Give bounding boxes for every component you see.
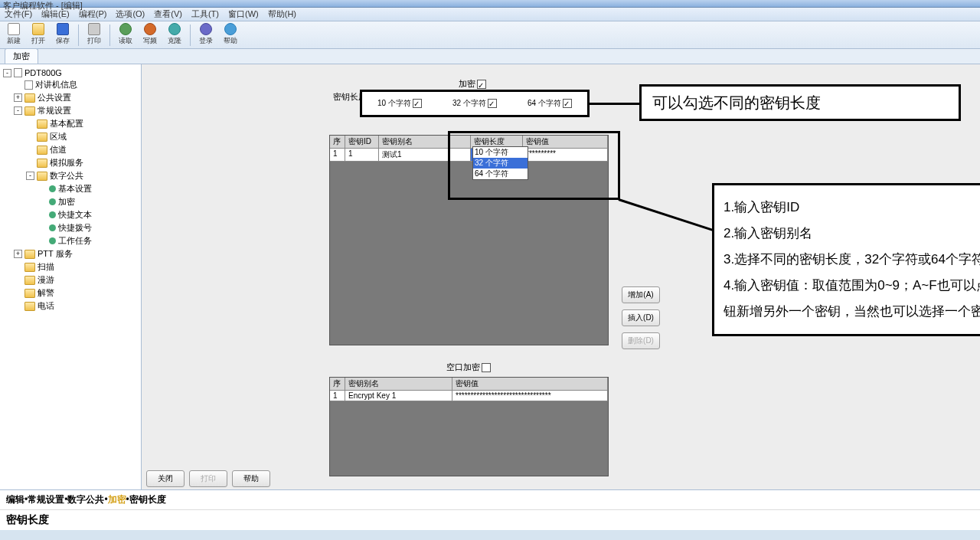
- dd-item-10[interactable]: 10 个字符: [473, 147, 528, 158]
- help-button[interactable]: 帮助: [232, 470, 270, 487]
- node-icon: [49, 185, 56, 192]
- menu-help[interactable]: 帮助(H): [268, 8, 296, 20]
- folder-icon: [24, 106, 35, 116]
- folder-icon: [24, 289, 35, 298]
- folder-icon: [24, 93, 35, 103]
- tb-clone[interactable]: 克隆: [164, 23, 185, 47]
- node-icon: [49, 224, 56, 231]
- opt-32-checkbox[interactable]: [488, 99, 497, 108]
- annotation-connector: [619, 198, 714, 231]
- folder-icon: [37, 172, 47, 181]
- encrypt-checkbox[interactable]: [477, 80, 486, 89]
- folder-icon: [24, 276, 35, 285]
- menu-bar: 文件(F) 编辑(E) 编程(P) 选项(O) 查看(V) 工具(T) 窗口(W…: [0, 8, 980, 21]
- print-button[interactable]: 打印: [189, 470, 227, 487]
- annotation-top: 可以勾选不同的密钥长度: [639, 84, 961, 121]
- folder-icon: [24, 302, 35, 311]
- tree-item[interactable]: 区域: [0, 130, 141, 143]
- folder-icon: [37, 146, 47, 155]
- tree-item[interactable]: 快捷文本: [0, 208, 141, 221]
- toolbar: 新建 打开 保存 打印 读取 写频 克隆 登录 帮助: [0, 21, 980, 49]
- tab-encrypt[interactable]: 加密: [5, 48, 38, 64]
- table-row[interactable]: 1 Encrypt Key 1 ************************…: [330, 391, 608, 401]
- menu-program[interactable]: 编程(P): [79, 8, 107, 20]
- table-row[interactable]: 1 1 测试1 10 个字符 ▾ **********: [330, 149, 608, 162]
- folder-icon: [24, 250, 35, 259]
- key-length-dropdown[interactable]: 10 个字符 32 个字符 64 个字符: [472, 146, 528, 180]
- close-button[interactable]: 关闭: [146, 470, 185, 487]
- tree-item[interactable]: 工作任务: [0, 234, 141, 247]
- tb-save[interactable]: 保存: [52, 23, 74, 47]
- folder-icon: [37, 133, 47, 142]
- menu-tools[interactable]: 工具(T): [191, 8, 219, 20]
- tree-item[interactable]: 基本配置: [0, 117, 141, 130]
- tab-strip: 加密: [0, 49, 980, 64]
- air-encrypt-checkbox[interactable]: [482, 363, 491, 372]
- annotation-main: 1.输入密钥ID 2.输入密钥别名 3.选择不同的密钥长度，32个字符或64个字…: [712, 183, 980, 336]
- opt-64-checkbox[interactable]: [563, 99, 572, 108]
- menu-view[interactable]: 查看(V): [154, 8, 182, 20]
- air-table-header: 序 密钥别名 密钥值: [330, 378, 608, 391]
- tree-item[interactable]: 基本设置: [0, 182, 141, 195]
- node-icon: [49, 211, 56, 218]
- tb-new[interactable]: 新建: [3, 23, 24, 47]
- status-label: 密钥长度: [0, 509, 980, 530]
- menu-options[interactable]: 选项(O): [116, 8, 145, 20]
- doc-icon: [24, 80, 33, 90]
- doc-icon: [14, 68, 22, 77]
- menu-file[interactable]: 文件(F): [5, 8, 32, 20]
- encrypt-label: 加密: [459, 78, 475, 90]
- air-key-table: 序 密钥别名 密钥值 1 Encrypt Key 1 *************…: [329, 377, 609, 476]
- menu-window[interactable]: 窗口(W): [228, 8, 259, 20]
- tree-item[interactable]: -数字公共: [0, 169, 141, 182]
- tree-item[interactable]: -常规设置: [0, 104, 141, 117]
- dd-item-64[interactable]: 64 个字符: [473, 169, 528, 179]
- node-icon: [49, 198, 56, 205]
- tb-read[interactable]: 读取: [115, 23, 136, 47]
- menu-edit[interactable]: 编辑(E): [41, 8, 70, 20]
- folder-icon: [37, 119, 47, 129]
- tree-item[interactable]: 加密: [0, 195, 141, 208]
- tree-item[interactable]: 信道: [0, 143, 141, 156]
- tree-item[interactable]: 扫描: [0, 260, 141, 273]
- folder-icon: [24, 263, 35, 272]
- main-panel: 加密 密钥长度 10 个字符 32 个字符 64 个字符 可以勾选不同的密钥长度…: [142, 64, 980, 489]
- tree-item[interactable]: +公共设置: [0, 91, 141, 104]
- tree-item[interactable]: 电话: [0, 299, 141, 313]
- tree-item[interactable]: 快捷拨号: [0, 221, 141, 234]
- tree-item[interactable]: 解警: [0, 286, 141, 299]
- title-bar: 客户编程软件 - [编辑]: [0, 0, 980, 8]
- add-button[interactable]: 增加(A): [622, 286, 660, 303]
- opt-32-label: 32 个字符: [452, 98, 486, 109]
- node-icon: [49, 237, 56, 244]
- tb-help[interactable]: 帮助: [220, 23, 241, 47]
- opt-10-label: 10 个字符: [377, 98, 411, 109]
- key-table: 序 密钥ID 密钥别名 密钥长度 密钥值 1 1 测试1 10 个字符 ▾ **…: [329, 135, 609, 345]
- tb-print[interactable]: 打印: [83, 23, 105, 47]
- delete-button[interactable]: 删除(D): [622, 332, 660, 349]
- tree-item[interactable]: 漫游: [0, 273, 141, 286]
- sidebar-tree: -PDT800G 对讲机信息+公共设置-常规设置基本配置区域信道模拟服务-数字公…: [0, 64, 142, 489]
- tb-write[interactable]: 写频: [139, 23, 161, 47]
- tree-item[interactable]: +PTT 服务: [0, 247, 141, 260]
- air-encrypt-label: 空口加密: [446, 362, 480, 373]
- tree-root[interactable]: -PDT800G: [0, 67, 141, 78]
- insert-button[interactable]: 插入(D): [622, 309, 660, 326]
- breadcrumb: 编辑•常规设置•数字公共•加密•密钥长度: [0, 489, 980, 509]
- opt-10-checkbox[interactable]: [413, 99, 422, 108]
- tree-item[interactable]: 对讲机信息: [0, 78, 141, 91]
- key-table-header: 序 密钥ID 密钥别名 密钥长度 密钥值: [330, 136, 608, 149]
- dd-item-32[interactable]: 32 个字符: [473, 158, 528, 169]
- tree-item[interactable]: 模拟服务: [0, 156, 141, 169]
- tb-login[interactable]: 登录: [195, 23, 217, 47]
- key-length-options: 10 个字符 32 个字符 64 个字符: [360, 90, 590, 117]
- folder-icon: [37, 159, 47, 168]
- tb-open[interactable]: 打开: [28, 23, 49, 47]
- opt-64-label: 64 个字符: [528, 98, 561, 109]
- annotation-connector: [590, 103, 639, 105]
